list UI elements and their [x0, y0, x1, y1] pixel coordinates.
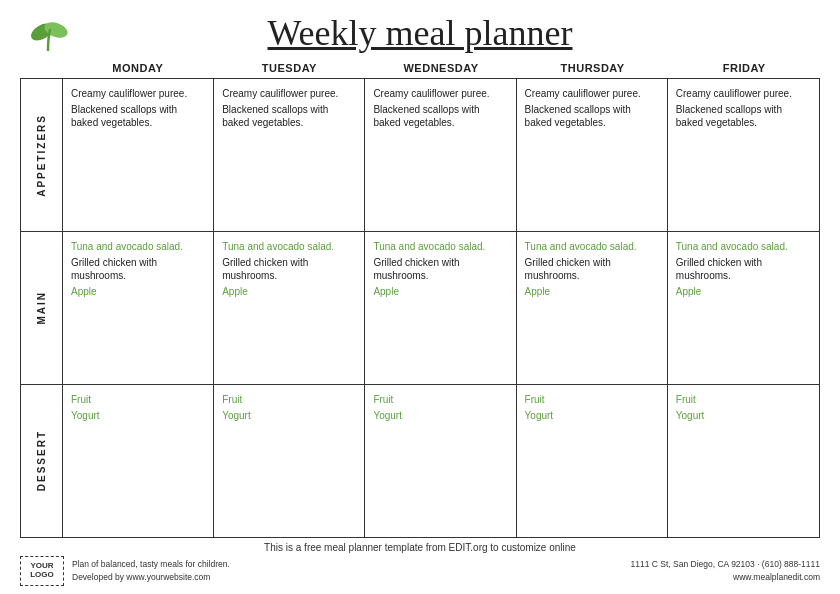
dessert-label-cell: DESSERT	[21, 385, 63, 537]
meal-table: MONDAY TUESDAY WEDNESDAY THURSDAY FRIDAY…	[20, 60, 820, 538]
tagline-line1: Plan of balanced, tasty meals for childr…	[72, 558, 230, 571]
footer-bottom: YOUR LOGO Plan of balanced, tasty meals …	[20, 556, 820, 586]
main-label: MAIN	[36, 291, 47, 325]
list-item: Apple	[525, 285, 659, 299]
appetizers-label-cell: APPETIZERS	[21, 79, 63, 231]
list-item: Fruit	[676, 393, 811, 407]
main-friday: Tuna and avocado salad. Grilled chicken …	[668, 232, 819, 384]
footer-website: www.mealplanedit.com	[631, 571, 821, 584]
dessert-friday: Fruit Yogurt	[668, 385, 819, 537]
column-headers: MONDAY TUESDAY WEDNESDAY THURSDAY FRIDAY	[20, 60, 820, 76]
list-item: Fruit	[373, 393, 507, 407]
list-item: Apple	[373, 285, 507, 299]
dessert-monday: Fruit Yogurt	[63, 385, 214, 537]
dessert-thursday: Fruit Yogurt	[517, 385, 668, 537]
list-item: Grilled chicken with mushrooms.	[222, 256, 356, 283]
list-item: Yogurt	[525, 409, 659, 423]
list-item: Creamy cauliflower puree.	[525, 87, 659, 101]
list-item: Blackened scallops with baked vegetables…	[676, 103, 811, 130]
main-tuesday: Tuna and avocado salad. Grilled chicken …	[214, 232, 365, 384]
page: Weekly meal planner MONDAY TUESDAY WEDNE…	[0, 0, 840, 594]
list-item: Creamy cauliflower puree.	[71, 87, 205, 101]
list-item: Blackened scallops with baked vegetables…	[222, 103, 356, 130]
list-item: Yogurt	[676, 409, 811, 423]
list-item: Grilled chicken with mushrooms.	[525, 256, 659, 283]
list-item: Apple	[676, 285, 811, 299]
appetizers-monday: Creamy cauliflower puree. Blackened scal…	[63, 79, 214, 231]
col-wednesday: WEDNESDAY	[365, 60, 517, 76]
footer-logo: YOUR LOGO	[20, 556, 64, 586]
logo-icon	[20, 12, 80, 66]
appetizers-row: APPETIZERS Creamy cauliflower puree. Bla…	[21, 79, 819, 232]
dessert-label: DESSERT	[36, 430, 47, 491]
main-wednesday: Tuna and avocado salad. Grilled chicken …	[365, 232, 516, 384]
footer-note: This is a free meal planner template fro…	[20, 542, 820, 553]
col-friday: FRIDAY	[668, 60, 820, 76]
appetizers-tuesday: Creamy cauliflower puree. Blackened scal…	[214, 79, 365, 231]
list-item: Yogurt	[222, 409, 356, 423]
list-item: Creamy cauliflower puree.	[222, 87, 356, 101]
list-item: Apple	[222, 285, 356, 299]
list-item: Grilled chicken with mushrooms.	[373, 256, 507, 283]
tagline-line2: Developed by www.yourwebsite.com	[72, 571, 230, 584]
main-thursday: Tuna and avocado salad. Grilled chicken …	[517, 232, 668, 384]
dessert-row: DESSERT Fruit Yogurt Fruit Yogurt Fruit …	[21, 385, 819, 537]
list-item: Yogurt	[71, 409, 205, 423]
list-item: Tuna and avocado salad.	[222, 240, 356, 254]
footer-left: YOUR LOGO Plan of balanced, tasty meals …	[20, 556, 230, 586]
appetizers-thursday: Creamy cauliflower puree. Blackened scal…	[517, 79, 668, 231]
list-item: Tuna and avocado salad.	[676, 240, 811, 254]
meal-grid: APPETIZERS Creamy cauliflower puree. Bla…	[20, 78, 820, 538]
appetizers-friday: Creamy cauliflower puree. Blackened scal…	[668, 79, 819, 231]
dessert-tuesday: Fruit Yogurt	[214, 385, 365, 537]
main-monday: Tuna and avocado salad. Grilled chicken …	[63, 232, 214, 384]
footer-tagline: Plan of balanced, tasty meals for childr…	[72, 558, 230, 584]
header: Weekly meal planner	[20, 12, 820, 54]
main-label-cell: MAIN	[21, 232, 63, 384]
footer-address: 1111 C St, San Diego, CA 92103 · (610) 8…	[631, 558, 821, 571]
footer-right: 1111 C St, San Diego, CA 92103 · (610) 8…	[631, 558, 821, 584]
main-row: MAIN Tuna and avocado salad. Grilled chi…	[21, 232, 819, 385]
page-title: Weekly meal planner	[268, 12, 573, 54]
list-item: Blackened scallops with baked vegetables…	[373, 103, 507, 130]
appetizers-wednesday: Creamy cauliflower puree. Blackened scal…	[365, 79, 516, 231]
list-item: Tuna and avocado salad.	[525, 240, 659, 254]
list-item: Creamy cauliflower puree.	[676, 87, 811, 101]
col-tuesday: TUESDAY	[214, 60, 366, 76]
dessert-wednesday: Fruit Yogurt	[365, 385, 516, 537]
list-item: Blackened scallops with baked vegetables…	[71, 103, 205, 130]
list-item: Fruit	[222, 393, 356, 407]
col-thursday: THURSDAY	[517, 60, 669, 76]
list-item: Grilled chicken with mushrooms.	[676, 256, 811, 283]
appetizers-label: APPETIZERS	[36, 114, 47, 197]
list-item: Apple	[71, 285, 205, 299]
col-monday: MONDAY	[62, 60, 214, 76]
list-item: Grilled chicken with mushrooms.	[71, 256, 205, 283]
list-item: Fruit	[71, 393, 205, 407]
list-item: Creamy cauliflower puree.	[373, 87, 507, 101]
list-item: Tuna and avocado salad.	[71, 240, 205, 254]
list-item: Blackened scallops with baked vegetables…	[525, 103, 659, 130]
list-item: Fruit	[525, 393, 659, 407]
list-item: Yogurt	[373, 409, 507, 423]
list-item: Tuna and avocado salad.	[373, 240, 507, 254]
